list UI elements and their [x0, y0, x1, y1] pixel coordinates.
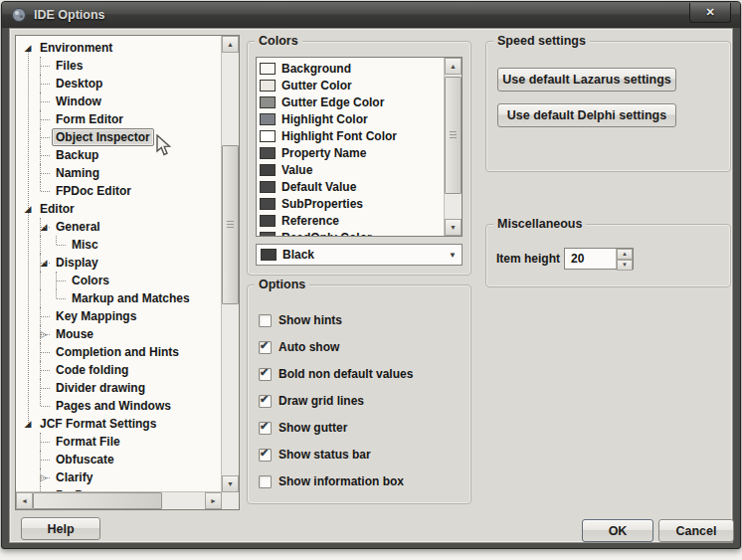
color-list-item[interactable]: ReadOnly Color — [260, 229, 445, 236]
tree-connector — [20, 75, 36, 93]
color-list-item[interactable]: Property Name — [260, 144, 445, 161]
tree-item[interactable]: Format File — [20, 433, 222, 451]
color-list-item[interactable]: Default Value — [260, 178, 445, 195]
spin-down-icon[interactable]: ▼ — [617, 260, 633, 271]
color-value-combobox[interactable]: Black ▼ — [256, 244, 463, 266]
help-button[interactable]: Help — [21, 517, 100, 540]
app-icon — [11, 7, 27, 23]
tree-item[interactable]: Naming — [20, 164, 222, 182]
tree-item[interactable]: Files — [20, 57, 222, 75]
tree-item[interactable]: FPDoc Editor — [20, 182, 222, 200]
tree-item[interactable]: ◢General — [20, 218, 222, 236]
tree-item[interactable]: Obfuscate — [20, 451, 222, 468]
checkbox-checked-icon[interactable]: ✔ — [259, 368, 272, 381]
color-list-item[interactable]: Highlight Font Color — [260, 127, 445, 144]
color-item-label: Highlight Font Color — [281, 129, 397, 143]
thumb-grip — [227, 221, 234, 228]
scroll-up-icon[interactable]: ▲ — [445, 58, 462, 75]
spin-up-icon[interactable]: ▲ — [617, 249, 633, 260]
tree-item[interactable]: Backup — [20, 146, 222, 164]
option-checkbox-row[interactable]: ✔Show gutter — [259, 419, 347, 437]
option-checkbox-row[interactable]: Show hints — [259, 311, 342, 329]
item-height-value[interactable]: 20 — [565, 249, 616, 269]
tree-item[interactable]: Form Editor — [20, 110, 222, 128]
tree-connector — [36, 182, 52, 200]
scroll-down-icon[interactable]: ▼ — [445, 219, 462, 236]
expand-arrow-icon[interactable]: ◢ — [21, 415, 35, 433]
options-tree[interactable]: ◢EnvironmentFilesDesktopWindowForm Edito… — [15, 35, 240, 510]
chevron-down-icon[interactable]: ▼ — [444, 251, 462, 260]
tree-connector: ◢ — [20, 39, 36, 57]
option-checkbox-row[interactable]: ✔Bold non default values — [259, 365, 413, 383]
color-list-item[interactable]: SubProperties — [260, 195, 445, 212]
checkbox-checked-icon[interactable]: ✔ — [259, 395, 272, 408]
ok-button[interactable]: OK — [582, 519, 653, 542]
collapse-arrow-icon[interactable]: ▷ — [37, 468, 51, 486]
expand-arrow-icon[interactable]: ◢ — [21, 39, 35, 57]
scroll-left-icon[interactable]: ◄ — [16, 492, 33, 509]
expand-arrow-icon[interactable]: ◢ — [37, 218, 51, 236]
color-list-item[interactable]: Reference — [260, 212, 445, 229]
tree-connector — [20, 57, 36, 75]
scroll-down-icon[interactable]: ▼ — [222, 475, 239, 492]
scrollbar-thumb[interactable] — [33, 492, 162, 509]
checkbox-checked-icon[interactable]: ✔ — [259, 449, 272, 462]
scrollbar-thumb[interactable] — [445, 77, 462, 194]
tree-item[interactable]: ◢JCF Format Settings — [20, 415, 222, 433]
tree-horizontal-scrollbar[interactable]: ◄ ► — [16, 491, 222, 509]
checkbox-unchecked-icon[interactable] — [259, 475, 272, 488]
scroll-right-icon[interactable]: ► — [205, 492, 222, 509]
expand-arrow-icon[interactable]: ◢ — [21, 200, 35, 218]
tree-item[interactable]: Divider drawing — [20, 379, 222, 397]
tree-item[interactable]: Completion and Hints — [20, 343, 222, 361]
color-list-item[interactable]: Gutter Color — [260, 77, 445, 93]
tree-item[interactable]: ▷Mouse — [20, 325, 222, 343]
tree-item[interactable]: ◢Display — [20, 254, 222, 272]
speed-settings-groupbox: Speed settings Use default Lazarus setti… — [485, 41, 731, 172]
cancel-button[interactable]: Cancel — [658, 519, 734, 542]
checkbox-unchecked-icon[interactable] — [259, 314, 272, 327]
ide-options-dialog: IDE Options ✕ ◢EnvironmentFilesDesktopWi… — [1, 1, 741, 549]
color-list-item[interactable]: Background — [260, 60, 445, 77]
item-height-stepper[interactable]: 20 ▲ ▼ — [564, 248, 634, 270]
tree-item[interactable]: Key Mappings — [20, 307, 222, 325]
tree-connector — [36, 451, 52, 468]
color-list-item[interactable]: Value — [260, 161, 445, 178]
colors-vertical-scrollbar[interactable]: ▲ ▼ — [444, 58, 462, 236]
option-checkbox-row[interactable]: ✔Draw grid lines — [259, 392, 364, 410]
option-checkbox-row[interactable]: Show information box — [259, 472, 404, 490]
option-checkbox-row[interactable]: ✔Auto show — [259, 338, 339, 356]
tree-connector — [20, 93, 36, 110]
tree-item[interactable]: ▷Clarify — [20, 468, 222, 486]
tree-item[interactable]: Desktop — [20, 75, 222, 93]
checkbox-label: Show hints — [278, 313, 342, 327]
tree-item[interactable]: ◢Editor — [20, 200, 222, 218]
color-list-item[interactable]: Highlight Color — [260, 110, 445, 127]
tree-item[interactable]: Misc — [20, 236, 222, 254]
tree-item[interactable]: Pages and Windows — [20, 397, 222, 415]
tree-vertical-scrollbar[interactable]: ▲ ▼ — [221, 36, 239, 492]
tree-item[interactable]: Object Inspector — [20, 128, 222, 146]
tree-item-label: Window — [52, 93, 105, 110]
close-button[interactable]: ✕ — [689, 3, 731, 23]
use-default-delphi-settings-button[interactable]: Use default Delphi settings — [497, 103, 676, 127]
expand-arrow-icon[interactable]: ◢ — [37, 254, 51, 272]
color-list-item[interactable]: Gutter Edge Color — [260, 93, 445, 110]
tree-item-label: Display — [52, 254, 102, 272]
tree-item[interactable]: ◢Environment — [20, 39, 222, 57]
use-default-lazarus-settings-button[interactable]: Use default Lazarus settings — [497, 68, 676, 92]
scrollbar-thumb[interactable] — [222, 145, 239, 304]
titlebar[interactable]: IDE Options — [2, 2, 740, 28]
option-checkbox-row[interactable]: ✔Show status bar — [259, 446, 371, 464]
checkbox-checked-icon[interactable]: ✔ — [259, 422, 272, 435]
colors-list[interactable]: BackgroundGutter ColorGutter Edge ColorH… — [256, 57, 463, 237]
collapse-arrow-icon[interactable]: ▷ — [37, 325, 51, 343]
tree-item[interactable]: Colors — [20, 272, 222, 289]
checkbox-checked-icon[interactable]: ✔ — [259, 341, 272, 354]
tree-item[interactable]: Code folding — [20, 361, 222, 379]
color-swatch — [260, 181, 276, 193]
tree-item[interactable]: Window — [20, 93, 222, 110]
window-title: IDE Options — [34, 8, 105, 22]
scroll-up-icon[interactable]: ▲ — [222, 36, 239, 53]
tree-item[interactable]: Markup and Matches — [20, 289, 222, 307]
